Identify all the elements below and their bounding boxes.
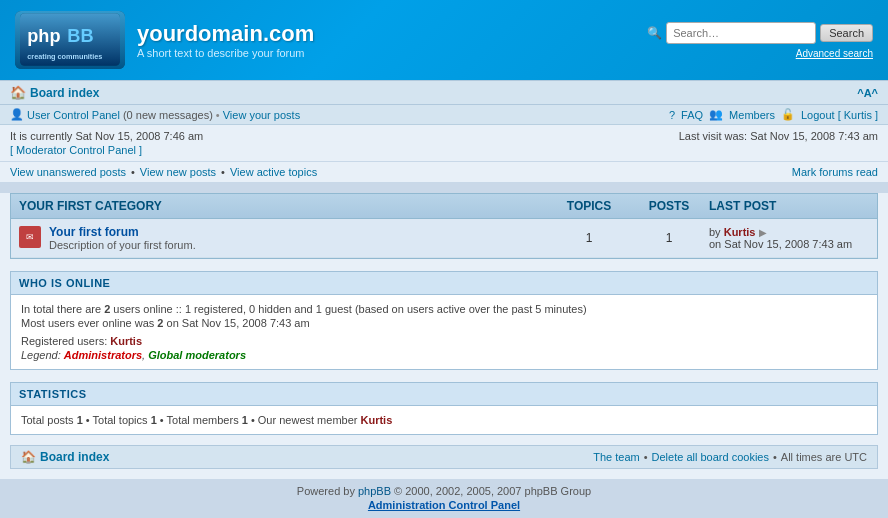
last-post: by Kurtis ▶ on Sat Nov 15, 2008 7:43 am xyxy=(709,226,869,250)
sep1: • xyxy=(131,166,135,178)
site-desc: A short text to describe your forum xyxy=(137,47,314,59)
ucp-icon: 👤 xyxy=(10,108,24,121)
admins-link[interactable]: Administrators xyxy=(64,349,142,361)
category-name: YOUR FIRST CATEGORY xyxy=(19,199,549,213)
footer-copyright: Powered by phpBB © 2000, 2002, 2005, 200… xyxy=(10,485,878,497)
site-header: php BB creating communities yourdomain.c… xyxy=(0,0,888,80)
stat-members: 1 xyxy=(242,414,248,426)
mods-link[interactable]: Global moderators xyxy=(148,349,246,361)
col-last: LAST POST xyxy=(709,199,869,213)
delete-cookies-link[interactable]: Delete all board cookies xyxy=(652,451,769,463)
faq-icon: ? xyxy=(669,109,675,121)
kurtis-link-who[interactable]: Kurtis xyxy=(110,335,142,347)
most-count: 2 xyxy=(157,317,163,329)
svg-text:BB: BB xyxy=(67,26,93,46)
logout-icon: 🔓 xyxy=(781,108,795,121)
col-posts: POSTS xyxy=(629,199,709,213)
links-left: View unanswered posts • View new posts •… xyxy=(10,166,317,178)
new-messages-count: (0 new messages) xyxy=(123,109,213,121)
statistics-header: STATISTICS xyxy=(10,382,878,406)
info-bar: It is currently Sat Nov 15, 2008 7:46 am… xyxy=(0,125,888,162)
site-title: yourdomain.com xyxy=(137,21,314,47)
bottom-home-icon: 🏠 xyxy=(21,450,36,464)
current-time: It is currently Sat Nov 15, 2008 7:46 am xyxy=(10,130,203,142)
faq-link[interactable]: FAQ xyxy=(681,109,703,121)
statistics-body: Total posts 1 • Total topics 1 • Total m… xyxy=(10,406,878,435)
nav-resize: ^A^ xyxy=(857,87,878,99)
mark-forums-read-link[interactable]: Mark forums read xyxy=(792,166,878,178)
sep1: • xyxy=(216,109,220,121)
unanswered-link[interactable]: View unanswered posts xyxy=(10,166,126,178)
col-topics: TOPICS xyxy=(549,199,629,213)
site-title-area: yourdomain.com A short text to describe … xyxy=(137,21,314,59)
legend: Legend: Administrators, Global moderator… xyxy=(21,349,867,361)
bottom-nav: 🏠 Board index The team • Delete all boar… xyxy=(10,445,878,469)
view-latest-icon: ▶ xyxy=(759,227,767,238)
forum-table: ✉ Your first forum Description of your f… xyxy=(10,219,878,259)
phpbb-link[interactable]: phpBB xyxy=(358,485,391,497)
logo-area: php BB creating communities yourdomain.c… xyxy=(15,11,314,69)
forum-details: Your first forum Description of your fir… xyxy=(49,225,196,251)
stat-posts: 1 xyxy=(77,414,83,426)
user-bar-left: 👤 User Control Panel (0 new messages) • … xyxy=(10,108,300,121)
last-poster-link[interactable]: Kurtis xyxy=(724,226,756,238)
topics-count: 1 xyxy=(549,231,629,245)
search-box: 🔍 Search xyxy=(647,22,873,44)
category-header: YOUR FIRST CATEGORY TOPICS POSTS LAST PO… xyxy=(10,193,878,219)
stat-topics: 1 xyxy=(151,414,157,426)
newest-member-link[interactable]: Kurtis xyxy=(361,414,393,426)
stats-line: Total posts 1 • Total topics 1 • Total m… xyxy=(21,414,867,426)
online-most: Most users ever online was 2 on Sat Nov … xyxy=(21,317,867,329)
ucp-link[interactable]: User Control Panel xyxy=(27,109,120,121)
user-bar: 👤 User Control Panel (0 new messages) • … xyxy=(0,105,888,125)
members-icon: 👥 xyxy=(709,108,723,121)
online-count: 2 xyxy=(104,303,110,315)
search-input[interactable] xyxy=(666,22,816,44)
logout-link[interactable]: Logout [ Kurtis ] xyxy=(801,109,878,121)
timezone-text: All times are UTC xyxy=(781,451,867,463)
admin-control-panel-link[interactable]: Administration Control Panel xyxy=(368,499,520,511)
breadcrumb: 🏠 Board index xyxy=(10,85,99,100)
mod-panel-link: [ Moderator Control Panel ] xyxy=(10,144,203,156)
table-row: ✉ Your first forum Description of your f… xyxy=(11,219,877,258)
forum-name-link[interactable]: Your first forum xyxy=(49,225,139,239)
forum-info: ✉ Your first forum Description of your f… xyxy=(19,225,549,251)
bottom-board-index-link[interactable]: Board index xyxy=(40,450,109,464)
search-button[interactable]: Search xyxy=(820,24,873,42)
forum-unread-icon: ✉ xyxy=(19,226,41,248)
info-right: Last visit was: Sat Nov 15, 2008 7:43 am xyxy=(679,130,878,142)
footer-copy-text: © 2000, 2002, 2005, 2007 phpBB Group xyxy=(394,485,591,497)
logo-overlay: php BB creating communities xyxy=(20,12,120,69)
board-index-link[interactable]: Board index xyxy=(30,86,99,100)
home-icon: 🏠 xyxy=(10,85,26,100)
posts-count: 1 xyxy=(629,231,709,245)
members-link[interactable]: Members xyxy=(729,109,775,121)
active-topics-link[interactable]: View active topics xyxy=(230,166,317,178)
sep2: • xyxy=(221,166,225,178)
footer: Powered by phpBB © 2000, 2002, 2005, 200… xyxy=(0,479,888,517)
user-bar-right: ? FAQ 👥 Members 🔓 Logout [ Kurtis ] xyxy=(669,108,878,121)
search-icon: 🔍 xyxy=(647,26,662,40)
search-area: 🔍 Search Advanced search xyxy=(647,22,873,59)
moderator-panel-link[interactable]: [ Moderator Control Panel ] xyxy=(10,144,142,156)
svg-text:creating communities: creating communities xyxy=(27,51,102,60)
view-posts-link[interactable]: View your posts xyxy=(223,109,300,121)
bottom-nav-left: 🏠 Board index xyxy=(21,450,109,464)
svg-text:php: php xyxy=(27,26,60,46)
nav-bar: 🏠 Board index ^A^ xyxy=(0,80,888,105)
forum-desc: Description of your first forum. xyxy=(49,239,196,251)
advanced-search-link[interactable]: Advanced search xyxy=(796,48,873,59)
the-team-link[interactable]: The team xyxy=(593,451,639,463)
links-bar: View unanswered posts • View new posts •… xyxy=(0,162,888,183)
logo-image: php BB creating communities xyxy=(15,11,125,69)
online-total: In total there are 2 users online :: 1 r… xyxy=(21,303,867,315)
registered-users: Registered users: Kurtis xyxy=(21,335,867,347)
bottom-sep2: • xyxy=(773,451,777,463)
bottom-sep1: • xyxy=(644,451,648,463)
last-post-time: on Sat Nov 15, 2008 7:43 am xyxy=(709,238,852,250)
new-posts-link[interactable]: View new posts xyxy=(140,166,216,178)
footer-admin: Administration Control Panel xyxy=(10,499,878,511)
bottom-nav-right: The team • Delete all board cookies • Al… xyxy=(593,451,867,463)
who-is-online-header: WHO IS ONLINE xyxy=(10,271,878,295)
info-left: It is currently Sat Nov 15, 2008 7:46 am… xyxy=(10,130,203,156)
